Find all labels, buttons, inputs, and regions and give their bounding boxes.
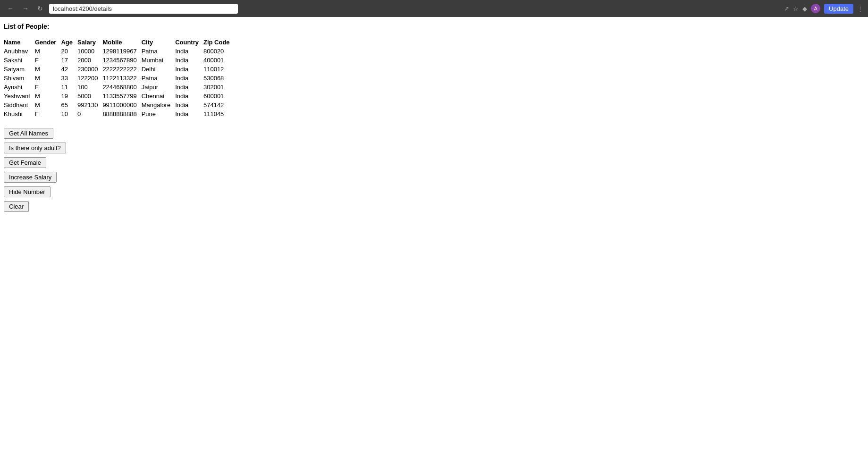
- table-cell-name: Shivam: [4, 74, 35, 83]
- table-cell-city: Chennai: [142, 92, 175, 101]
- table-cell-mobile: 2244668800: [102, 83, 141, 92]
- table-cell-gender: F: [35, 56, 61, 65]
- table-cell-gender: F: [35, 110, 61, 118]
- table-cell-country: India: [175, 74, 203, 83]
- table-cell-country: India: [175, 101, 203, 110]
- table-cell-country: India: [175, 47, 203, 56]
- table-cell-mobile: 9911000000: [102, 101, 141, 110]
- table-row: AnubhavM20100001298119967PatnaIndia80002…: [4, 47, 235, 56]
- table-cell-age: 65: [61, 101, 77, 110]
- table-cell-age: 11: [61, 83, 77, 92]
- forward-button[interactable]: →: [20, 4, 31, 13]
- table-cell-mobile: 1234567890: [102, 56, 141, 65]
- table-cell-salary: 230000: [77, 65, 102, 74]
- profile-icon: A: [811, 4, 820, 13]
- table-cell-zip-code: 600001: [203, 92, 235, 101]
- table-cell-zip-code: 110012: [203, 65, 235, 74]
- table-row: AyushiF111002244668800JaipurIndia302001: [4, 83, 235, 92]
- table-header-zip-code: Zip Code: [203, 38, 235, 47]
- table-cell-zip-code: 574142: [203, 101, 235, 110]
- table-cell-gender: M: [35, 65, 61, 74]
- table-cell-name: Anubhav: [4, 47, 35, 56]
- table-cell-city: Patna: [142, 47, 175, 56]
- table-row: SiddhantM659921309911000000MangaloreIndi…: [4, 101, 235, 110]
- table-header-city: City: [142, 38, 175, 47]
- table-cell-city: Delhi: [142, 65, 175, 74]
- table-row: YeshwantM1950001133557799ChennaiIndia600…: [4, 92, 235, 101]
- table-cell-salary: 2000: [77, 56, 102, 65]
- extensions-icon: ◆: [802, 5, 807, 12]
- get-female-button[interactable]: Get Female: [4, 157, 46, 168]
- table-cell-gender: M: [35, 92, 61, 101]
- table-cell-country: India: [175, 56, 203, 65]
- table-header-gender: Gender: [35, 38, 61, 47]
- table-cell-gender: M: [35, 101, 61, 110]
- browser-chrome: ← → ↻ localhost:4200/details ↗ ☆ ◆ A Upd…: [0, 0, 868, 17]
- table-header-row: NameGenderAgeSalaryMobileCityCountryZip …: [4, 38, 235, 47]
- table-row: KhushiF1008888888888PuneIndia111045: [4, 110, 235, 118]
- buttons-section: Get All Names Is there only adult? Get F…: [4, 128, 864, 212]
- table-cell-mobile: 2222222222: [102, 65, 141, 74]
- table-cell-salary: 10000: [77, 47, 102, 56]
- table-cell-age: 33: [61, 74, 77, 83]
- table-row: SatyamM422300002222222222DelhiIndia11001…: [4, 65, 235, 74]
- page-title: List of People:: [4, 23, 864, 30]
- hide-number-button[interactable]: Hide Number: [4, 186, 51, 197]
- table-cell-city: Pune: [142, 110, 175, 118]
- table-cell-mobile: 1298119967: [102, 47, 141, 56]
- table-cell-gender: M: [35, 74, 61, 83]
- page-content: List of People: NameGenderAgeSalaryMobil…: [0, 17, 868, 218]
- table-cell-mobile: 1133557799: [102, 92, 141, 101]
- table-cell-city: Jaipur: [142, 83, 175, 92]
- table-header-salary: Salary: [77, 38, 102, 47]
- table-header-mobile: Mobile: [102, 38, 141, 47]
- table-cell-zip-code: 111045: [203, 110, 235, 118]
- table-row: ShivamM331222001122113322PatnaIndia53006…: [4, 74, 235, 83]
- table-cell-name: Ayushi: [4, 83, 35, 92]
- table-cell-name: Khushi: [4, 110, 35, 118]
- bookmark-icon: ☆: [793, 5, 799, 12]
- back-button[interactable]: ←: [5, 4, 16, 13]
- table-row: SakshiF1720001234567890MumbaiIndia400001: [4, 56, 235, 65]
- people-table: NameGenderAgeSalaryMobileCityCountryZip …: [4, 38, 235, 118]
- table-cell-zip-code: 302001: [203, 83, 235, 92]
- table-cell-name: Sakshi: [4, 56, 35, 65]
- table-body: AnubhavM20100001298119967PatnaIndia80002…: [4, 47, 235, 118]
- table-cell-salary: 0: [77, 110, 102, 118]
- table-cell-name: Satyam: [4, 65, 35, 74]
- table-cell-name: Yeshwant: [4, 92, 35, 101]
- table-cell-country: India: [175, 65, 203, 74]
- table-cell-city: Patna: [142, 74, 175, 83]
- increase-salary-button[interactable]: Increase Salary: [4, 172, 57, 183]
- table-cell-country: India: [175, 110, 203, 118]
- clear-button[interactable]: Clear: [4, 201, 29, 212]
- table-cell-salary: 100: [77, 83, 102, 92]
- table-cell-mobile: 8888888888: [102, 110, 141, 118]
- address-bar[interactable]: localhost:4200/details: [49, 4, 238, 14]
- table-cell-zip-code: 400001: [203, 56, 235, 65]
- browser-actions: ↗ ☆ ◆ A Update ⋮: [784, 4, 863, 14]
- table-cell-name: Siddhant: [4, 101, 35, 110]
- menu-icon: ⋮: [857, 5, 863, 12]
- table-cell-age: 19: [61, 92, 77, 101]
- table-header-name: Name: [4, 38, 35, 47]
- update-button[interactable]: Update: [824, 4, 853, 14]
- table-header-country: Country: [175, 38, 203, 47]
- get-all-names-button[interactable]: Get All Names: [4, 128, 53, 139]
- table-cell-zip-code: 530068: [203, 74, 235, 83]
- table-cell-age: 42: [61, 65, 77, 74]
- table-cell-gender: F: [35, 83, 61, 92]
- table-cell-country: India: [175, 83, 203, 92]
- table-cell-gender: M: [35, 47, 61, 56]
- table-cell-salary: 122200: [77, 74, 102, 83]
- refresh-button[interactable]: ↻: [35, 4, 45, 13]
- table-cell-age: 20: [61, 47, 77, 56]
- is-adult-button[interactable]: Is there only adult?: [4, 143, 66, 153]
- table-cell-age: 10: [61, 110, 77, 118]
- table-header-age: Age: [61, 38, 77, 47]
- table-cell-country: India: [175, 92, 203, 101]
- table-cell-city: Mangalore: [142, 101, 175, 110]
- table-cell-salary: 5000: [77, 92, 102, 101]
- table-cell-age: 17: [61, 56, 77, 65]
- share-icon: ↗: [784, 5, 789, 12]
